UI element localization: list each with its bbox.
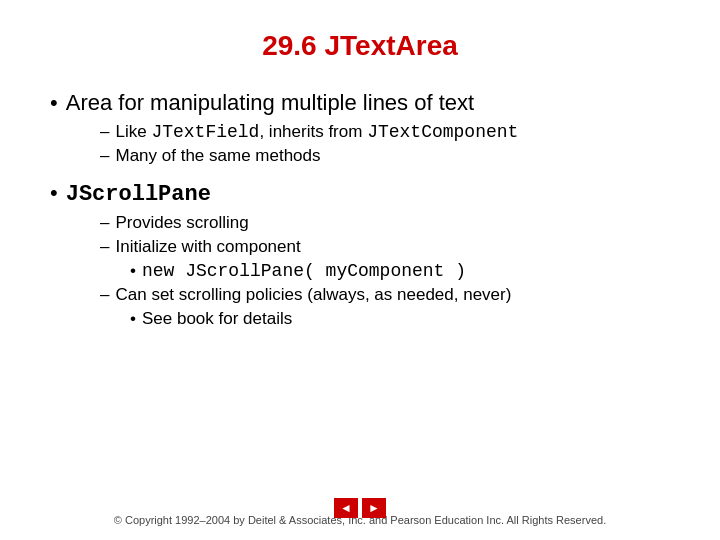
- nav-buttons: ◄ ►: [334, 498, 386, 518]
- sub-bullet-1-2: – Many of the same methods: [100, 146, 670, 166]
- bullet-dot-2: •: [50, 180, 58, 206]
- bullet-1-text: Area for manipulating multiple lines of …: [66, 90, 474, 116]
- dash-1-2: –: [100, 146, 109, 166]
- code-new-jscrollpane: new JScrollPane( myComponent ): [142, 261, 466, 281]
- prev-arrow-icon: ◄: [340, 502, 352, 514]
- sub-sub-bullets-2-3: • See book for details: [130, 309, 670, 329]
- sub-sub-bullet-2-3-1-text: See book for details: [142, 309, 292, 329]
- slide-title: 29.6 JTextArea: [50, 30, 670, 62]
- sub-sub-dot-2-3-1: •: [130, 309, 136, 329]
- slide: 29.6 JTextArea • Area for manipulating m…: [0, 0, 720, 540]
- sub-bullet-2-1-text: Provides scrolling: [115, 213, 248, 233]
- bullet-2: • JScrollPane: [50, 180, 670, 207]
- code-jtextfield: JTextField: [151, 122, 259, 142]
- section-textarea: • Area for manipulating multiple lines o…: [50, 90, 670, 166]
- sub-bullet-1-2-text: Many of the same methods: [115, 146, 320, 166]
- bullet-2-code: JScrollPane: [66, 182, 211, 207]
- next-arrow-icon: ►: [368, 502, 380, 514]
- sub-bullet-2-2-text: Initialize with component: [115, 237, 300, 257]
- sub-bullet-1-1: – Like JTextField, inherits from JTextCo…: [100, 122, 670, 142]
- bullet-1: • Area for manipulating multiple lines o…: [50, 90, 670, 116]
- sub-bullet-2-3: – Can set scrolling policies (always, as…: [100, 285, 670, 305]
- sub-sub-bullet-2-2-1: • new JScrollPane( myComponent ): [130, 261, 670, 281]
- footer: © Copyright 1992–2004 by Deitel & Associ…: [0, 514, 720, 526]
- next-button[interactable]: ►: [362, 498, 386, 518]
- sub-bullet-1-1-text: Like JTextField, inherits from JTextComp…: [115, 122, 518, 142]
- sub-sub-dot-2-2-1: •: [130, 261, 136, 281]
- sub-bullet-2-3-text: Can set scrolling policies (always, as n…: [115, 285, 511, 305]
- sub-bullet-2-2: – Initialize with component: [100, 237, 670, 257]
- dash-2-2: –: [100, 237, 109, 257]
- sub-sub-bullets-2-2: • new JScrollPane( myComponent ): [130, 261, 670, 281]
- code-jtextcomponent: JTextComponent: [367, 122, 518, 142]
- sub-sub-bullet-2-3-1: • See book for details: [130, 309, 670, 329]
- bullet-dot-1: •: [50, 90, 58, 116]
- dash-2-3: –: [100, 285, 109, 305]
- section-jscrollpane: • JScrollPane – Provides scrolling – Ini…: [50, 180, 670, 329]
- sub-bullets-2: – Provides scrolling – Initialize with c…: [100, 213, 670, 329]
- dash-1-1: –: [100, 122, 109, 142]
- dash-2-1: –: [100, 213, 109, 233]
- sub-bullets-1: – Like JTextField, inherits from JTextCo…: [100, 122, 670, 166]
- sub-bullet-2-1: – Provides scrolling: [100, 213, 670, 233]
- prev-button[interactable]: ◄: [334, 498, 358, 518]
